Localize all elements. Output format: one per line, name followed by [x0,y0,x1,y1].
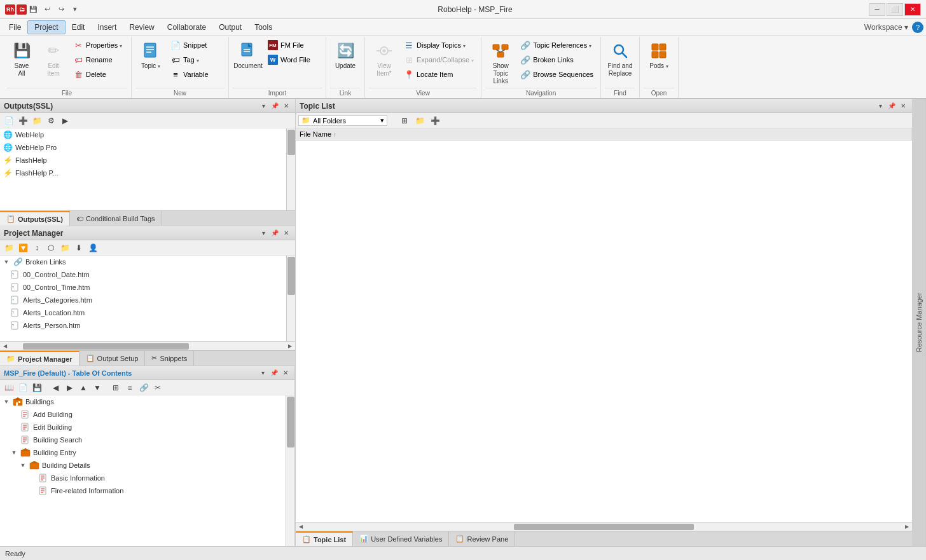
toc-open-btn[interactable]: 📖 [3,382,15,393]
basic-info-item[interactable]: Basic Information [0,472,286,484]
building-details-expand[interactable]: ▼ [19,461,27,469]
undo-btn[interactable]: ↩ [41,3,53,16]
pm-filter-btn[interactable]: 📁 [3,242,15,254]
restore-btn[interactable]: ⬜ [887,3,903,16]
edit-building-item[interactable]: Edit Building [0,421,286,434]
locate-item-btn[interactable]: 📍 Locate Item [401,67,477,81]
update-btn[interactable]: 🔄 Update [330,38,361,72]
toc-grid-btn[interactable]: ⊞ [109,382,122,393]
topic-references-btn[interactable]: 🔗 Topic References ▾ [517,38,597,52]
toc-new-btn[interactable]: 📄 [17,382,29,393]
pm-import-btn[interactable]: ⬇ [73,242,85,254]
delete-btn[interactable]: 🗑 Delete [70,67,127,81]
toc-up-btn[interactable]: ▲ [77,382,90,393]
buildings-expand[interactable]: ▼ [3,398,10,406]
pm-sort-btn[interactable]: ↕ [31,242,43,254]
tab-output-setup[interactable]: 📋 Output Setup [79,351,146,365]
word-file-btn[interactable]: W Word File [265,53,322,67]
find-replace-btn[interactable]: Find andReplace [605,38,635,80]
menu-collaborate[interactable]: Collaborate [161,21,212,34]
properties-btn[interactable]: ✂ Properties ▾ [70,38,127,52]
topic-hscroll-left[interactable]: ◀ [297,523,305,531]
tab-snippets[interactable]: ✂ Snippets [145,351,194,365]
tab-outputs-ssl[interactable]: 📋 Outputs(SSL) [0,211,70,226]
flashhelp-item[interactable]: ⚡ FlashHelp [0,154,286,167]
fire-info-item[interactable]: Fire-related Information [0,484,286,497]
file-alerts-location[interactable]: ? Alerts_Location.htm [0,306,286,319]
topic-list-pin-btn[interactable]: 📌 [887,101,897,111]
pm-arrange-btn[interactable]: ⬡ [45,242,57,254]
document-btn[interactable]: Document [233,38,263,72]
customize-btn[interactable]: ▾ [69,3,81,16]
close-btn[interactable]: ✕ [904,3,921,16]
building-entry-item[interactable]: ▼ Building Entry [0,446,286,459]
topic-btn[interactable]: Topic ▾ [135,38,166,72]
building-entry-expand[interactable]: ▼ [10,449,18,456]
menu-output[interactable]: Output [212,21,248,34]
outputs-close-btn[interactable]: ✕ [281,101,291,111]
toc-link-btn[interactable]: 🔗 [137,382,150,393]
project-scrollbar[interactable] [286,256,295,341]
broken-links-folder[interactable]: ▼ 🔗 Broken Links [0,256,286,268]
browse-sequences-btn[interactable]: 🔗 Browse Sequences [517,67,597,81]
buildings-item[interactable]: ▼ Buildings [0,395,286,408]
webhelp-item[interactable]: 🌐 WebHelp [0,128,286,141]
topic-hscroll-right[interactable]: ▶ [903,523,911,531]
tag-btn[interactable]: 🏷 Tag ▾ [167,53,225,67]
rename-btn[interactable]: 🏷 Rename [70,53,127,67]
topic-add-btn[interactable]: ➕ [429,115,441,126]
topic-folder-view-btn[interactable]: 📁 [413,115,426,126]
outputs-pin-btn[interactable]: 📌 [270,101,280,111]
building-search-item[interactable]: Building Search [0,434,286,446]
project-scrollbar-thumb[interactable] [287,257,295,295]
toc-scrollbar[interactable] [286,395,294,546]
toc-pin-btn[interactable]: 📌 [269,368,279,378]
variable-btn[interactable]: ≡ Variable [167,67,225,81]
toc-scrollbar-thumb[interactable] [287,397,294,447]
menu-tools[interactable]: Tools [248,21,279,34]
outputs-new-btn[interactable]: 📄 [3,115,15,126]
project-pin-btn[interactable]: 📌 [270,228,280,238]
toc-forward-btn[interactable]: ▶ [63,382,76,393]
save-all-btn[interactable]: 💾 SaveAll [6,38,37,80]
flashhelp-p-item[interactable]: ⚡ FlashHelp P... [0,167,286,179]
topic-list-dropdown-btn[interactable]: ▾ [875,101,885,111]
broken-links-expand[interactable]: ▼ [3,258,10,266]
topic-hscroll-thumb[interactable] [514,524,693,530]
project-hscroll-right[interactable]: ▶ [286,343,294,350]
display-topics-btn[interactable]: ☰ Display Topics ▾ [401,38,477,52]
tab-project-manager[interactable]: 📁 Project Manager [0,351,79,365]
workspace-label[interactable]: Workspace ▾ [864,23,908,32]
toc-dropdown-btn[interactable]: ▾ [258,368,268,378]
toc-delete-btn[interactable]: ✂ [151,382,164,393]
project-hscroll-left[interactable]: ◀ [1,343,9,350]
outputs-more-btn[interactable]: ▶ [59,115,71,126]
webhelp-pro-item[interactable]: 🌐 WebHelp Pro [0,141,286,154]
show-topic-links-btn[interactable]: Show TopicLinks [485,38,516,88]
project-close-btn[interactable]: ✕ [281,228,291,238]
pm-settings-btn[interactable]: 👤 [86,242,99,254]
building-details-item[interactable]: ▼ Building Details [0,459,286,472]
topic-grid-view-btn[interactable]: ⊞ [398,115,411,126]
file-name-col-header[interactable]: File Name ↑ [296,128,912,140]
menu-project[interactable]: Project [27,20,65,34]
resource-manager-tab[interactable]: Resource Manager [912,99,926,546]
file-alerts-categories[interactable]: ? Alerts_Categories.htm [0,294,286,306]
menu-file[interactable]: File [3,21,27,34]
folder-selector[interactable]: 📁 All Folders ▾ [298,115,387,126]
tab-user-defined-vars[interactable]: 📊 User Defined Variables [353,531,449,546]
outputs-scrollbar-thumb[interactable] [287,130,295,155]
menu-insert[interactable]: Insert [91,21,123,34]
outputs-add-btn[interactable]: ➕ [17,115,29,126]
toc-down-btn[interactable]: ▼ [91,382,104,393]
broken-links-btn[interactable]: 🔗 Broken Links [517,53,597,67]
outputs-settings-btn[interactable]: ⚙ [45,115,57,126]
help-btn[interactable]: ? [912,22,923,33]
toc-save-btn[interactable]: 💾 [31,382,43,393]
topic-list-close-btn[interactable]: ✕ [898,101,908,111]
snippet-btn[interactable]: 📄 Snippet [167,38,225,52]
file-00-date[interactable]: ? 00_Control_Date.htm [0,268,286,281]
minimize-btn[interactable]: ─ [869,3,885,16]
tab-review-pane[interactable]: 📋 Review Pane [449,531,515,546]
project-dropdown-btn[interactable]: ▾ [258,228,268,238]
